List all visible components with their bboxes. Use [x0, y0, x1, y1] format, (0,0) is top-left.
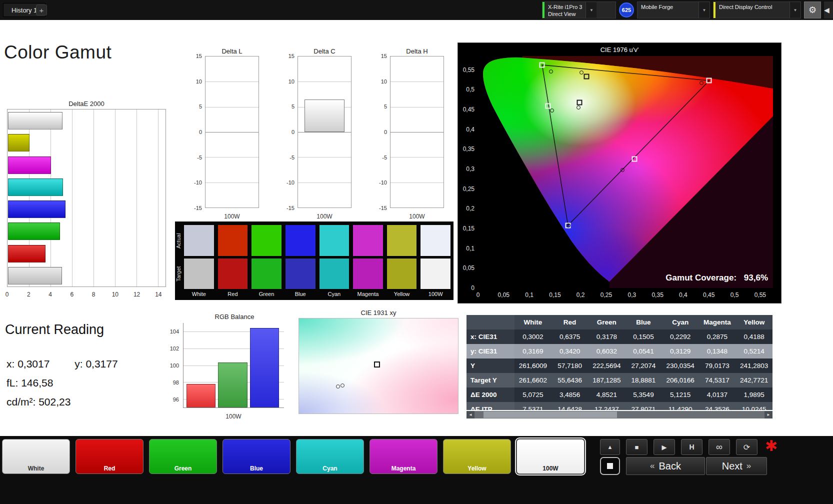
chevron-down-icon[interactable]: ▼ [790, 2, 800, 18]
table-cell: 4,8521 [588, 388, 625, 402]
pattern-button-white[interactable]: White [2, 439, 70, 474]
table-row[interactable]: y: CIE310,31690,34200,60320,05410,31290,… [466, 344, 772, 358]
pattern-button-blue[interactable]: Blue [222, 439, 290, 474]
scroll-left-icon[interactable]: ◄ [466, 411, 474, 418]
scroll-right-icon[interactable]: ► [764, 411, 772, 418]
swatch-target [319, 258, 350, 290]
luminance-badge[interactable]: 625 [619, 2, 634, 18]
delta-c-chart: Delta C 151050-5-10-15 100W [282, 48, 352, 221]
table-row[interactable]: ΔE 20005,07253,48564,85215,35495,12154,0… [466, 388, 772, 402]
hold-icon[interactable]: H [681, 439, 702, 455]
reading-luminance: cd/m²: 502,23 [6, 396, 70, 408]
table-cell: 0,0541 [625, 344, 662, 358]
page-title: Color Gamut [4, 42, 112, 63]
table-cell: 27,2074 [625, 358, 662, 373]
delta-y-tick: 10 [381, 78, 387, 84]
pattern-button-cyan[interactable]: Cyan [296, 439, 364, 474]
delta-y-tick: 0 [199, 129, 202, 135]
table-cell: 18,8881 [625, 373, 662, 388]
table-row-label: x: CIE31 [466, 330, 514, 344]
next-button[interactable]: Next » [706, 457, 767, 475]
pattern-button-100w[interactable]: 100W [516, 439, 584, 474]
cie-x-tick: 0,1 [525, 292, 534, 298]
rgb-y-tick: 96 [173, 396, 179, 402]
up-arrow-icon[interactable]: ▲ [600, 439, 620, 455]
delta-gridline [390, 182, 444, 183]
table-header-blue: Blue [625, 315, 662, 330]
deltae-x-tick: 2 [27, 291, 30, 298]
pattern-button-magenta[interactable]: Magenta [370, 439, 438, 474]
cie-x-tick: 0,4 [679, 292, 688, 298]
table-cell: 74,5317 [699, 373, 736, 388]
table-cell: 206,0166 [662, 373, 699, 388]
delta-y-tick: -5 [382, 154, 387, 160]
swatch-columns: WhiteRedGreenBlueCyanMagentaYellow100W [184, 224, 451, 298]
cie-1976-panel: CIE 1976 u'v' 0,550,50,450,40,350,30,250… [458, 42, 782, 304]
chevron-down-icon[interactable]: ▼ [698, 2, 710, 18]
alert-asterisk-icon[interactable]: ✱ [765, 437, 778, 454]
swatch-label: Green [251, 291, 282, 298]
chevron-down-icon[interactable]: ▼ [586, 2, 596, 18]
rgb-y-tick: 100 [170, 362, 179, 368]
delta-gridline [390, 132, 444, 132]
play-icon[interactable]: ▶ [654, 439, 675, 455]
scrollbar-track[interactable] [474, 411, 764, 418]
table-cell: 55,6436 [552, 373, 588, 388]
display-control-name: Direct Display Control [716, 2, 790, 18]
cie-x-tick: 0,05 [498, 292, 510, 298]
meter-dropdown[interactable]: X-Rite i1Pro 3 Direct View ▼ [542, 2, 616, 18]
stop-icon[interactable]: ■ [626, 439, 648, 455]
cie-measured-white [576, 106, 580, 110]
rgb-y-labels: 1041021009896 [166, 323, 181, 408]
swatch-label: Cyan [319, 291, 350, 298]
infinity-icon[interactable]: ∞ [708, 439, 730, 455]
reading-y: y: 0,3177 [74, 358, 118, 370]
pattern-button-red[interactable]: Red [76, 439, 144, 474]
collapse-panel-icon[interactable]: ◀ [824, 2, 833, 18]
delta-chart-title: Delta C [296, 48, 352, 55]
swatch-actual [285, 224, 316, 256]
meter-mode: Direct View [548, 10, 582, 18]
loop-icon[interactable]: ⟳ [736, 439, 758, 455]
delta-gridline [298, 157, 351, 158]
rgb-bar-red [186, 384, 216, 408]
cie-y-tick: 0,4 [466, 126, 474, 133]
gear-icon[interactable]: ⚙ [804, 2, 821, 18]
swatch-label: Blue [285, 291, 316, 298]
scrollbar-thumb[interactable] [484, 412, 617, 418]
add-tab-button[interactable]: + [36, 4, 47, 16]
cie-y-tick: 0,25 [463, 186, 474, 192]
table-row-label: ΔE 2000 [466, 388, 514, 402]
pattern-window-button[interactable] [600, 457, 620, 475]
pattern-buttons: WhiteRedGreenBlueCyanMagentaYellow100W [2, 439, 584, 474]
back-button[interactable]: « Back [626, 457, 705, 475]
table-cell: 242,7721 [736, 373, 772, 388]
table-row[interactable]: Y261,600957,7180222,569427,2074230,03547… [466, 358, 772, 373]
delta-plot [390, 56, 444, 208]
swatch-column-100w: 100W [420, 224, 451, 298]
display-control-dropdown[interactable]: Direct Display Control ▼ [713, 2, 801, 18]
table-row[interactable]: x: CIE310,30020,63750,31780,15050,22920,… [466, 330, 772, 344]
delta-gridline [390, 157, 444, 158]
pattern-button-label: 100W [517, 465, 584, 472]
table-row[interactable]: Target Y261,660255,6436187,128518,888120… [466, 373, 772, 388]
pattern-generator-dropdown[interactable]: Mobile Forge ▼ [637, 2, 710, 18]
top-bar-controls: X-Rite i1Pro 3 Direct View ▼ 625 Mobile … [542, 2, 833, 18]
swatch-actual [420, 224, 451, 256]
cie-target-red [706, 78, 712, 84]
pattern-button-green[interactable]: Green [149, 439, 217, 474]
table-cell: 0,5214 [736, 344, 772, 358]
table-cell: 0,3178 [588, 330, 625, 344]
table-cell: 0,2875 [699, 330, 736, 344]
swatch-actual [319, 224, 350, 256]
delta-y-tick: -15 [286, 205, 294, 211]
rgb-bar-green [218, 362, 247, 408]
table-row[interactable]: ΔE ITP7,537114,642817,243727,807111,4290… [466, 402, 772, 410]
pattern-button-yellow[interactable]: Yellow [443, 439, 511, 474]
deltae-gridline [72, 110, 72, 286]
cie-measured-yellow [580, 70, 584, 74]
cie-x-tick: 0 [476, 292, 480, 298]
cie-x-labels: 00,050,10,150,20,250,30,350,40,450,50,55 [478, 292, 773, 300]
cie-measured-magenta [620, 168, 624, 172]
table-scrollbar[interactable]: ◄ ► [466, 411, 772, 418]
